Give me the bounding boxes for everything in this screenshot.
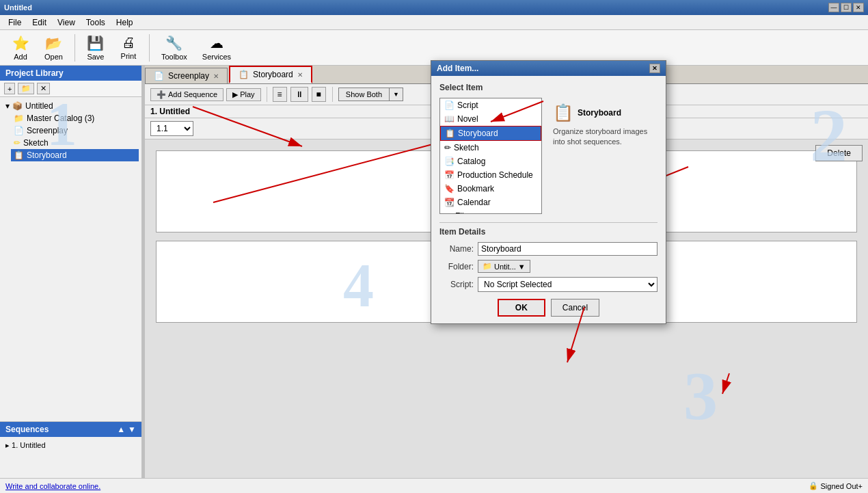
item-details-section: Item Details Name: Folder: 📁 Untit... ▼ … xyxy=(439,227,657,292)
sidebar: Project Library + 📁 ✕ ▾ 📦 Untitled 📁 Mas… xyxy=(0,66,142,478)
select-item-title: Select Item xyxy=(439,83,657,92)
add-label: Add xyxy=(14,53,27,61)
save-button[interactable]: 💾 Save xyxy=(81,31,111,64)
add-sequence-btn[interactable]: ➕ Add Sequence xyxy=(150,88,223,101)
sequences-header: Sequences ▲ ▼ xyxy=(0,422,141,437)
list-item-script[interactable]: 📄 Script xyxy=(440,98,541,112)
content-toolbar-separator-1 xyxy=(267,87,267,102)
list-item-sketch[interactable]: ✏ Sketch xyxy=(440,141,541,155)
sequences-section: Sequences ▲ ▼ ▸ 1. Untitled xyxy=(0,421,141,478)
add-sequence-icon: ➕ xyxy=(157,90,166,99)
sidebar-item-storyboard[interactable]: 📋 Storyboard xyxy=(11,149,139,161)
window-controls: — ☐ ✕ xyxy=(828,3,864,12)
bookmark-label: Bookmark xyxy=(457,184,494,194)
bookmark-icon: 🔖 xyxy=(444,184,455,194)
list-item-novel[interactable]: 📖 Novel xyxy=(440,112,541,126)
item-preview: 📋 Storyboard Organize storyboard images … xyxy=(547,98,657,214)
dialog-title-bar: Add Item... ✕ xyxy=(431,61,666,76)
dialog-divider xyxy=(439,222,657,223)
sidebar-folder-btn[interactable]: 📁 xyxy=(18,83,34,94)
screenplay-tab-close[interactable]: ✕ xyxy=(213,72,219,80)
sidebar-close-btn[interactable]: ✕ xyxy=(37,83,50,94)
menu-tools[interactable]: Tools xyxy=(81,16,111,29)
signed-out-status: Signed Out+ xyxy=(821,482,863,490)
folder-btn[interactable]: 📁 Untit... ▼ xyxy=(478,260,530,273)
sketch-list-label: Sketch xyxy=(454,143,479,152)
preview-icon: 📋 xyxy=(553,103,573,122)
menu-help[interactable]: Help xyxy=(111,16,139,29)
storyboard-list-label: Storyboard xyxy=(458,129,498,138)
storyboard-tab-close[interactable]: ✕ xyxy=(297,71,303,79)
add-button[interactable]: ⭐ Add xyxy=(5,31,36,64)
view-stop-btn[interactable]: ■ xyxy=(312,87,326,102)
sidebar-item-master-catalog[interactable]: 📁 Master Catalog (3) xyxy=(11,112,139,124)
maximize-btn[interactable]: ☐ xyxy=(841,3,852,12)
dialog-close-btn[interactable]: ✕ xyxy=(649,64,660,73)
script-select[interactable]: No Script Selected xyxy=(478,277,657,292)
storyboard-list-icon: 📋 xyxy=(445,129,455,138)
show-both-dropdown[interactable]: ▼ xyxy=(390,88,403,101)
sequence-dropdown[interactable]: 1.1 xyxy=(150,121,193,136)
open-button[interactable]: 📂 Open xyxy=(38,31,69,64)
content-toolbar-separator-2 xyxy=(332,87,333,102)
screenplay-tab-label: Screenplay xyxy=(168,71,209,81)
folder-btn-label: Untit... xyxy=(494,263,516,271)
catalog-icon: 📑 xyxy=(444,157,455,166)
toolbox-icon: 🔧 xyxy=(165,35,182,51)
list-item-bookmark[interactable]: 🔖 Bookmark xyxy=(440,182,541,196)
print-label: Print xyxy=(121,52,137,60)
cancel-button[interactable]: Cancel xyxy=(551,299,599,317)
status-right: 🔒 Signed Out+ xyxy=(809,481,863,490)
untitled-label: Untitled xyxy=(25,101,53,111)
sequence-item-1[interactable]: ▸ 1. Untitled xyxy=(3,440,139,451)
seq-item-label: ▸ 1. Untitled xyxy=(5,441,46,449)
services-button[interactable]: ☁ Services xyxy=(196,31,237,64)
sidebar-add-btn[interactable]: + xyxy=(4,83,15,94)
ok-button[interactable]: OK xyxy=(498,299,545,317)
screenplay-label: Screenplay xyxy=(27,126,68,135)
sidebar-item-sketch[interactable]: ✏ Sketch xyxy=(11,137,139,149)
print-icon: 🖨 xyxy=(122,35,135,51)
dialog-buttons: OK Cancel xyxy=(439,299,657,317)
list-item-calendar[interactable]: 📆 Calendar xyxy=(440,196,541,209)
script-row: Script: No Script Selected xyxy=(439,277,657,292)
name-input[interactable] xyxy=(478,242,657,256)
tab-screenplay[interactable]: 📄 Screenplay ✕ xyxy=(145,68,228,83)
delete-btn[interactable]: Delete xyxy=(815,145,863,161)
list-item-file[interactable]: 🗂 File xyxy=(440,209,541,214)
menu-file[interactable]: File xyxy=(3,16,27,29)
play-btn[interactable]: ▶ Play xyxy=(226,88,260,101)
name-row: Name: xyxy=(439,242,657,256)
project-library-title: Project Library xyxy=(5,68,64,78)
sidebar-item-untitled[interactable]: ▾ 📦 Untitled xyxy=(3,100,139,112)
close-btn[interactable]: ✕ xyxy=(853,3,864,12)
tab-storyboard[interactable]: 📋 Storyboard ✕ xyxy=(229,66,312,83)
list-item-production-schedule[interactable]: 📅 Production Schedule xyxy=(440,168,541,182)
app-title: Untitled xyxy=(4,3,32,12)
sequences-title: Sequences xyxy=(5,425,49,434)
script-label: Script: xyxy=(439,280,474,289)
untitled-icon: 📦 xyxy=(12,101,23,111)
add-sequence-label: Add Sequence xyxy=(168,90,217,98)
seq-up-btn[interactable]: ▲ xyxy=(117,425,125,434)
list-item-storyboard[interactable]: 📋 Storyboard xyxy=(440,126,541,141)
show-both-btn[interactable]: Show Both xyxy=(339,88,390,101)
project-library-header: Project Library xyxy=(0,66,141,81)
folder-label: Folder: xyxy=(439,262,474,271)
minimize-btn[interactable]: — xyxy=(828,3,839,12)
collaborate-link[interactable]: Write and collaborate online. xyxy=(5,482,100,490)
sidebar-subtree: 📁 Master Catalog (3) 📄 Screenplay ✏ Sket… xyxy=(3,112,139,161)
seq-down-btn[interactable]: ▼ xyxy=(128,425,136,434)
menu-edit[interactable]: Edit xyxy=(27,16,52,29)
print-button[interactable]: 🖨 Print xyxy=(113,31,144,64)
sequences-controls: ▲ ▼ xyxy=(117,425,136,434)
title-bar: Untitled — ☐ ✕ xyxy=(0,0,868,15)
toolbox-button[interactable]: 🔧 Toolbox xyxy=(155,31,193,64)
list-item-catalog[interactable]: 📑 Catalog xyxy=(440,155,541,168)
view-pause-btn[interactable]: ⏸ xyxy=(290,87,308,102)
calendar-icon: 📆 xyxy=(444,198,455,207)
sidebar-item-screenplay[interactable]: 📄 Screenplay xyxy=(11,124,139,137)
add-item-dialog[interactable]: Add Item... ✕ Select Item 📄 Script 📖 Nov… xyxy=(431,60,666,324)
menu-view[interactable]: View xyxy=(52,16,81,29)
view-rows-btn[interactable]: ≡ xyxy=(273,87,287,102)
